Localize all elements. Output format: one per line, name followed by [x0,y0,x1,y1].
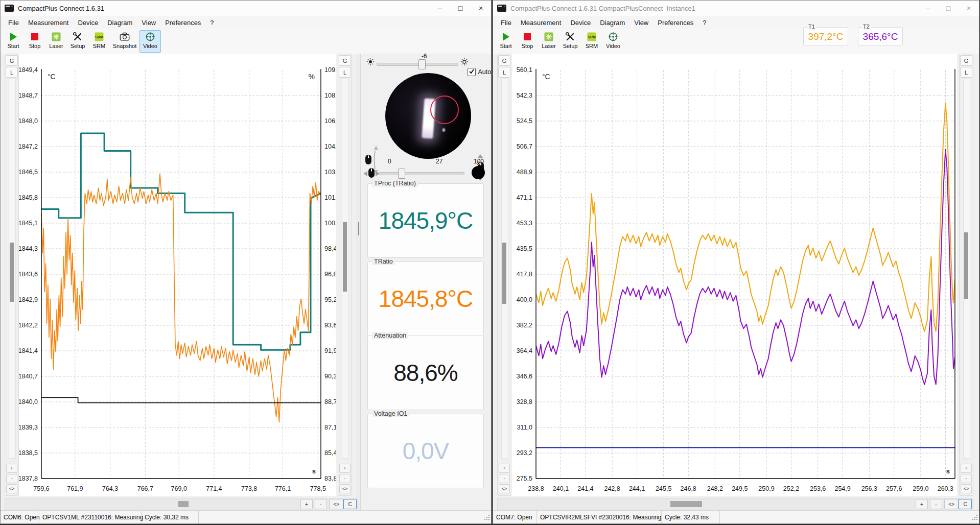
zoom-out-button[interactable]: - [930,499,942,509]
laser-button[interactable]: Laser [538,30,559,53]
video-button[interactable]: Video [602,30,624,53]
axis-zoom-out-button[interactable]: - [961,474,972,483]
x-tick-label: 240,1 [553,485,569,492]
vertical-scrollbar[interactable] [342,79,349,459]
titlebar[interactable]: CompactPlus Connect 1.6.31 CompactPlusCo… [493,1,979,16]
focus-slider[interactable] [379,172,464,175]
axis-zoom-out-button[interactable]: - [6,474,17,483]
axis-fit-button[interactable]: <> [961,484,972,493]
brightness-slider[interactable] [377,63,458,66]
axis-tab-l[interactable]: L [6,67,18,78]
maximize-button[interactable]: □ [450,1,471,16]
vertical-scrollbar-thumb[interactable] [10,243,14,302]
menu-diagram[interactable]: Diagram [595,17,629,28]
continuous-button[interactable]: C [959,499,972,509]
x-tick-label: 776,1 [275,485,291,492]
pan-left-icon[interactable] [363,171,367,176]
setup-button[interactable]: Setup [559,30,581,53]
readout-value: 88,6% [368,336,483,410]
axis-tab-l[interactable]: L [339,67,351,78]
measurement-spot-marker [430,96,459,124]
lens-preview-circle[interactable] [472,166,485,179]
continuous-button[interactable]: C [343,499,357,509]
panel-splitter[interactable] [357,54,361,511]
setup-button[interactable]: Setup [67,30,88,53]
menu-measurement[interactable]: Measurement [24,17,73,28]
menu-file[interactable]: File [496,17,516,28]
axis-tab-g[interactable]: G [339,55,351,66]
menu-preferences[interactable]: Preferences [653,17,698,28]
temperature-chart[interactable]: 560,1542,3524,5506,7488,9471,1453,3435,5… [511,54,957,496]
axis-tab-l[interactable]: L [960,67,972,78]
camera-view[interactable] [385,73,471,159]
close-button[interactable]: × [959,1,979,16]
zoom-in-button[interactable]: + [916,499,928,509]
start-button[interactable]: Start [495,30,517,53]
menu-device[interactable]: Device [73,17,103,28]
resize-grip[interactable] [484,514,490,520]
brightness-slider-thumb[interactable] [418,59,426,69]
chart-hscrollbar[interactable]: +-<>C [497,498,973,510]
chart-hscrollbar[interactable]: +-<>C [5,498,358,510]
video-button[interactable]: Video [139,30,161,53]
vertical-scrollbar-thumb[interactable] [502,243,506,304]
fit-horizontal-button[interactable]: <> [329,499,343,509]
stop-button[interactable]: Stop [24,30,45,53]
vertical-scrollbar-thumb[interactable] [343,222,347,292]
status-segment: OPTCSVIR2MLSFVI #23020016: Measuring [537,511,662,523]
close-button[interactable]: × [471,1,491,16]
axis-zoom-in-button[interactable]: + [499,464,510,473]
menu-preferences[interactable]: Preferences [160,17,205,28]
menu-view[interactable]: View [629,17,653,28]
menu-measurement[interactable]: Measurement [516,17,566,28]
axis-zoom-out-button[interactable]: - [499,474,510,483]
menu-device[interactable]: Device [566,17,595,28]
axis-fit-button[interactable]: <> [339,484,351,493]
vertical-scrollbar[interactable] [501,79,508,459]
vertical-scrollbar[interactable] [963,79,970,459]
maximize-button[interactable]: □ [938,1,959,16]
titlebar[interactable]: CompactPlus Connect 1.6.31 –□× [1,1,491,16]
axis-tab-g[interactable]: G [960,55,972,66]
x-tick-label: 769,0 [171,485,187,492]
axis-fit-button[interactable]: <> [499,484,510,493]
menu-diagram[interactable]: Diagram [103,17,137,28]
auto-checkbox[interactable] [468,68,476,76]
menu-file[interactable]: File [4,17,24,28]
zoom-in-button[interactable]: + [300,499,313,509]
axis-tab-g[interactable]: G [498,55,510,66]
hscroll-thumb[interactable] [670,501,702,507]
start-button[interactable]: Start [3,30,24,53]
vertical-scrollbar[interactable] [9,79,16,459]
srm-button[interactable]: SRMSRM [88,30,110,53]
zoom-out-button[interactable]: - [315,499,327,509]
minimize-button[interactable]: – [430,1,450,16]
srm-button[interactable]: SRMSRM [581,30,602,53]
resize-grip[interactable] [972,514,978,520]
minimize-button[interactable]: – [918,1,938,16]
temperature-chart[interactable]: 1849,41848,71848,01847,21846,51845,81845… [19,54,336,496]
menu-item[interactable]: ? [205,17,218,28]
axis-zoom-in-button[interactable]: + [339,464,351,473]
temperature-box-t2: T2365,6°C [858,27,903,45]
left-axis-strip: GL+-<> [497,54,511,496]
right-chart[interactable]: 560,1542,3524,5506,7488,9471,1453,3435,5… [511,54,957,496]
left-chart[interactable]: 1849,41848,71848,01847,21846,51845,81845… [19,54,336,496]
camera-pan-horizontal-icon[interactable] [363,167,380,180]
laser-button[interactable]: Laser [45,30,67,53]
axis-zoom-out-button[interactable]: - [339,474,351,483]
axis-tab-g[interactable]: G [6,55,18,66]
axis-tab-l[interactable]: L [498,67,510,78]
stop-button[interactable]: Stop [517,30,538,53]
focus-slider-thumb[interactable] [398,169,405,179]
axis-zoom-in-button[interactable]: + [961,464,972,473]
x-tick-label: 248,2 [707,485,723,492]
menu-item[interactable]: ? [698,17,711,28]
axis-fit-button[interactable]: <> [6,484,17,493]
snapshot-button[interactable]: Snapshot [110,30,139,53]
vertical-scrollbar-thumb[interactable] [964,232,968,299]
axis-zoom-in-button[interactable]: + [6,464,17,473]
fit-horizontal-button[interactable]: <> [944,499,959,509]
menu-view[interactable]: View [137,17,160,28]
hscroll-thumb[interactable] [178,501,189,507]
